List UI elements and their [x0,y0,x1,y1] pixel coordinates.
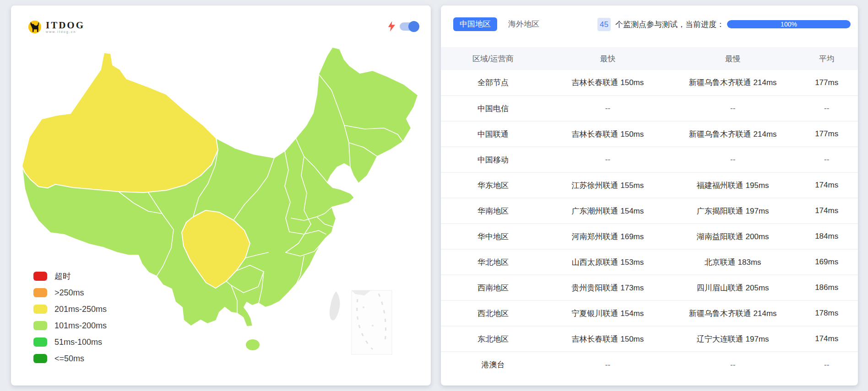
legend-label: 201ms-250ms [54,305,107,314]
table-row: 中国联通吉林长春联通 150ms新疆乌鲁木齐联通 214ms177ms [441,121,858,147]
cell-average: 169ms [795,249,858,275]
column-header: 区域/运营商 [441,47,545,70]
legend-swatch [33,337,47,347]
tab-overseas-region[interactable]: 海外地区 [505,17,542,31]
table-row: 港澳台------ [441,352,858,377]
cell-region: 华东地区 [441,172,545,198]
cell-fastest: 江苏徐州联通 155ms [545,172,670,198]
map-legend: 超时 >250ms 201ms-250ms 101ms-200ms 51ms-1… [33,268,107,367]
progress-bar: 100% [727,20,851,28]
monitor-status-text: 个监测点参与测试，当前进度： [615,19,724,30]
cell-slowest: 新疆乌鲁木齐联通 214ms [670,300,795,326]
table-row: 中国电信------ [441,96,858,121]
panel-header: 中国地区 海外地区 45 个监测点参与测试，当前进度： 100% [441,5,858,31]
table-row: 华北地区山西太原联通 153ms北京联通 183ms169ms [441,249,858,275]
cell-region: 西北地区 [441,300,545,326]
cell-region: 港澳台 [441,352,545,377]
cell-slowest: 北京联通 183ms [670,249,795,275]
dog-icon [27,19,44,35]
cell-fastest: 山西太原联通 153ms [545,249,670,275]
table-body: 全部节点吉林长春联通 150ms新疆乌鲁木齐联通 214ms177ms中国电信-… [441,70,858,377]
progress-label: 100% [727,20,851,28]
page-background: { "brand": { "name": "ITDOG", "url": "ww… [0,0,868,391]
taiwan-region[interactable] [330,291,340,320]
table-row: 东北地区吉林长春联通 150ms辽宁大连联通 197ms174ms [441,326,858,352]
tab-china-region[interactable]: 中国地区 [453,17,497,31]
map-toggle-knob[interactable] [408,21,419,32]
legend-label: 超时 [54,271,71,282]
south-china-sea-inset [352,290,392,354]
cell-region: 华南地区 [441,198,545,224]
map-toggle[interactable] [400,22,418,31]
legend-label: >250ms [54,288,84,298]
hainan-region[interactable] [245,339,260,351]
monitor-count-badge: 45 [597,18,611,31]
legend-swatch [33,305,47,314]
table-header-row: 区域/运营商最快最慢平均 [441,47,858,70]
cell-fastest: -- [545,96,670,121]
legend-swatch [33,272,47,281]
cell-average: 178ms [795,300,858,326]
cell-fastest: 宁夏银川联通 154ms [545,300,670,326]
cell-average: 186ms [795,275,858,300]
legend-swatch [33,354,47,363]
table-row: 华东地区江苏徐州联通 155ms福建福州联通 195ms174ms [441,172,858,198]
cell-region: 中国电信 [441,96,545,121]
cell-slowest: -- [670,352,795,377]
cell-average: 174ms [795,198,858,224]
cell-fastest: 河南郑州联通 169ms [545,224,670,249]
cell-average: 174ms [795,172,858,198]
legend-item[interactable]: 51ms-100ms [33,334,107,350]
itdog-logo[interactable]: ITDOG www.itdog.cn [27,19,85,35]
cell-slowest: 湖南益阳联通 200ms [670,224,795,249]
cell-fastest: -- [545,147,670,172]
legend-label: <=50ms [54,354,84,364]
cell-slowest: 福建福州联通 195ms [670,172,795,198]
ping-results-card: 中国地区 海外地区 45 个监测点参与测试，当前进度： 100% 区域/运营商最… [441,5,858,386]
cell-slowest: 广东揭阳联通 197ms [670,198,795,224]
legend-item[interactable]: <=50ms [33,350,107,367]
cell-average: 174ms [795,326,858,352]
cell-fastest: 吉林长春联通 150ms [545,121,670,147]
cell-slowest: -- [670,96,795,121]
table-row: 西南地区贵州贵阳联通 173ms四川眉山联通 205ms186ms [441,275,858,300]
cell-average: 184ms [795,224,858,249]
table-row: 西北地区宁夏银川联通 154ms新疆乌鲁木齐联通 214ms178ms [441,300,858,326]
legend-item[interactable]: 101ms-200ms [33,317,107,334]
cell-region: 华中地区 [441,224,545,249]
cell-fastest: 吉林长春联通 150ms [545,326,670,352]
legend-item[interactable]: >250ms [33,284,107,301]
cell-average: -- [795,147,858,172]
cell-slowest: 新疆乌鲁木齐联通 214ms [670,121,795,147]
cell-slowest: -- [670,147,795,172]
table-row: 华南地区广东潮州联通 154ms广东揭阳联通 197ms174ms [441,198,858,224]
cell-fastest: 吉林长春联通 150ms [545,70,670,96]
table-row: 全部节点吉林长春联通 150ms新疆乌鲁木齐联通 214ms177ms [441,70,858,96]
column-header: 平均 [795,47,858,70]
cell-region: 华北地区 [441,249,545,275]
legend-swatch [33,288,47,297]
cell-average: -- [795,352,858,377]
legend-item[interactable]: 201ms-250ms [33,301,107,317]
legend-item[interactable]: 超时 [33,268,107,284]
legend-swatch [33,321,47,330]
cell-region: 中国联通 [441,121,545,147]
xinjiang-region[interactable] [22,53,218,193]
cell-average: 177ms [795,70,858,96]
cell-region: 全部节点 [441,70,545,96]
cell-average: 177ms [795,121,858,147]
map-card: ITDOG www.itdog.cn [11,5,431,386]
table-row: 中国移动------ [441,147,858,172]
cell-fastest: 贵州贵阳联通 173ms [545,275,670,300]
cell-slowest: 新疆乌鲁木齐联通 214ms [670,70,795,96]
cell-slowest: 辽宁大连联通 197ms [670,326,795,352]
brand-title: ITDOG [46,21,85,30]
table-row: 华中地区河南郑州联通 169ms湖南益阳联通 200ms184ms [441,224,858,249]
lightning-icon [388,21,395,32]
cell-average: -- [795,96,858,121]
legend-label: 101ms-200ms [54,321,107,331]
cell-fastest: -- [545,352,670,377]
cell-region: 中国移动 [441,147,545,172]
cell-slowest: 四川眉山联通 205ms [670,275,795,300]
cell-region: 东北地区 [441,326,545,352]
